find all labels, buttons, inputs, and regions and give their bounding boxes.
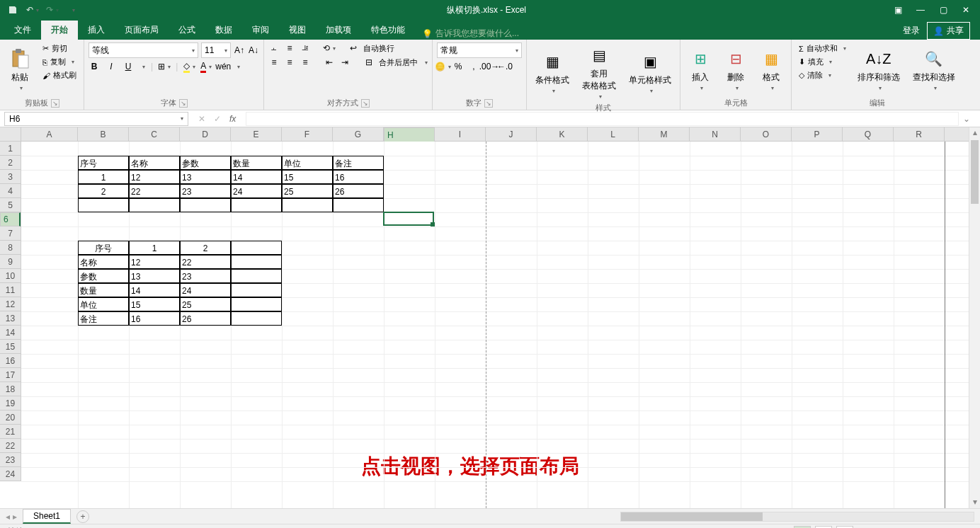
- cell[interactable]: [231, 198, 282, 212]
- col-header-M[interactable]: M: [639, 127, 690, 141]
- col-header-Q[interactable]: Q: [843, 127, 894, 141]
- row-header-13[interactable]: 13: [0, 311, 21, 326]
- cell[interactable]: [231, 255, 282, 269]
- cell[interactable]: 备注: [78, 311, 129, 326]
- cell[interactable]: 2: [180, 241, 231, 255]
- tab-file[interactable]: 文件: [4, 21, 41, 40]
- cell[interactable]: [78, 198, 129, 212]
- fill-color-button[interactable]: ◇▾: [183, 61, 195, 72]
- row-header-6[interactable]: 6: [0, 212, 21, 226]
- col-header-G[interactable]: G: [333, 127, 384, 141]
- col-header-K[interactable]: K: [537, 127, 588, 141]
- cell[interactable]: 2: [78, 184, 129, 198]
- col-header-H[interactable]: H: [384, 127, 435, 143]
- hscroll-thumb[interactable]: [621, 512, 763, 521]
- formula-input[interactable]: [246, 112, 959, 126]
- cell[interactable]: 25: [180, 297, 231, 311]
- cell[interactable]: 12: [129, 170, 180, 184]
- cell[interactable]: 参数: [78, 269, 129, 283]
- wrap-text-icon[interactable]: ↩: [348, 42, 359, 54]
- col-header-J[interactable]: J: [486, 127, 537, 141]
- clipboard-launcher[interactable]: ↘: [51, 99, 59, 108]
- number-format-select[interactable]: 常规▾: [437, 42, 522, 58]
- font-size-select[interactable]: 11▾: [201, 42, 231, 58]
- name-box[interactable]: H6▾: [4, 112, 188, 126]
- font-color-button[interactable]: A▾: [200, 61, 212, 72]
- save-button[interactable]: [4, 1, 21, 18]
- close-button[interactable]: ✕: [956, 1, 976, 18]
- conditional-format-button[interactable]: ▦条件格式▾: [531, 42, 574, 101]
- cell[interactable]: [231, 241, 282, 255]
- decrease-font-icon[interactable]: A↓: [248, 45, 259, 56]
- cell[interactable]: 15: [129, 297, 180, 311]
- cell[interactable]: [333, 198, 384, 212]
- row-header-10[interactable]: 10: [0, 269, 21, 283]
- row-header-24[interactable]: 24: [0, 467, 21, 481]
- col-header-R[interactable]: R: [894, 127, 945, 141]
- col-header-L[interactable]: L: [588, 127, 639, 141]
- currency-icon[interactable]: 🪙▾: [437, 61, 448, 72]
- align-middle-icon[interactable]: ≡: [284, 42, 295, 54]
- cell[interactable]: 22: [129, 184, 180, 198]
- tab-review[interactable]: 审阅: [242, 21, 279, 40]
- worksheet-grid[interactable]: ABCDEFGHIJKLMNOPQR 123456789101112131415…: [0, 127, 980, 508]
- share-button[interactable]: 👤 共享: [927, 22, 970, 40]
- vertical-scrollbar[interactable]: ▴ ▾: [969, 127, 980, 508]
- sort-filter-button[interactable]: A↓Z排序和筛选▾: [853, 42, 904, 96]
- cell[interactable]: [282, 198, 333, 212]
- row-header-19[interactable]: 19: [0, 396, 21, 411]
- decrease-decimal-icon[interactable]: ←.0: [499, 61, 511, 72]
- fx-icon[interactable]: fx: [229, 114, 236, 124]
- col-header-D[interactable]: D: [180, 127, 231, 141]
- row-header-17[interactable]: 17: [0, 368, 21, 382]
- delete-cells-button[interactable]: ⊟删除▾: [720, 42, 751, 96]
- cell[interactable]: 26: [180, 311, 231, 326]
- paste-button[interactable]: 粘贴 ▾: [4, 42, 35, 96]
- ribbon-display-options[interactable]: ▣: [888, 1, 908, 18]
- col-header-A[interactable]: A: [21, 127, 78, 141]
- row-header-4[interactable]: 4: [0, 184, 21, 198]
- row-header-5[interactable]: 5: [0, 198, 21, 212]
- add-sheet-button[interactable]: +: [76, 510, 89, 523]
- font-name-select[interactable]: 等线▾: [89, 42, 198, 58]
- cell[interactable]: 14: [231, 170, 282, 184]
- cell[interactable]: 12: [129, 255, 180, 269]
- view-page-layout-button[interactable]: ▤: [815, 526, 832, 529]
- cell[interactable]: [129, 198, 180, 212]
- border-button[interactable]: ⊞▾: [159, 61, 170, 72]
- cell[interactable]: [231, 283, 282, 297]
- tab-page-layout[interactable]: 页面布局: [115, 21, 169, 40]
- copy-button[interactable]: ⎘复制▾: [40, 56, 79, 68]
- clear-button[interactable]: ◇清除▾: [796, 69, 849, 81]
- cell[interactable]: [231, 269, 282, 283]
- cell[interactable]: [231, 297, 282, 311]
- undo-button[interactable]: ↶▾: [24, 1, 41, 18]
- row-header-8[interactable]: 8: [0, 241, 21, 255]
- row-header-1[interactable]: 1: [0, 142, 21, 156]
- tell-me-box[interactable]: 💡 告诉我您想要做什么...: [415, 28, 526, 40]
- align-launcher[interactable]: ↘: [361, 99, 370, 108]
- login-link[interactable]: 登录: [903, 25, 920, 37]
- enter-formula-icon[interactable]: ✓: [214, 114, 221, 124]
- increase-font-icon[interactable]: A↑: [234, 45, 245, 56]
- minimize-button[interactable]: —: [911, 1, 930, 18]
- cell[interactable]: 23: [180, 184, 231, 198]
- align-right-icon[interactable]: ≡: [300, 57, 311, 68]
- cell[interactable]: 1: [129, 241, 180, 255]
- cell[interactable]: 14: [129, 283, 180, 297]
- tab-data[interactable]: 数据: [205, 21, 242, 40]
- align-left-icon[interactable]: ≡: [268, 57, 280, 68]
- cell[interactable]: 数量: [231, 156, 282, 170]
- cut-button[interactable]: ✂剪切: [40, 42, 79, 54]
- tab-home[interactable]: 开始: [41, 21, 78, 40]
- sheet-tab-sheet1[interactable]: Sheet1: [23, 509, 71, 524]
- col-header-N[interactable]: N: [690, 127, 741, 141]
- row-header-7[interactable]: 7: [0, 226, 21, 241]
- cell[interactable]: 24: [180, 283, 231, 297]
- col-header-O[interactable]: O: [741, 127, 792, 141]
- format-table-button[interactable]: ▤套用 表格格式▾: [578, 42, 620, 101]
- cell[interactable]: 16: [333, 170, 384, 184]
- row-header-16[interactable]: 16: [0, 354, 21, 368]
- cell[interactable]: 13: [180, 170, 231, 184]
- cell[interactable]: 24: [231, 184, 282, 198]
